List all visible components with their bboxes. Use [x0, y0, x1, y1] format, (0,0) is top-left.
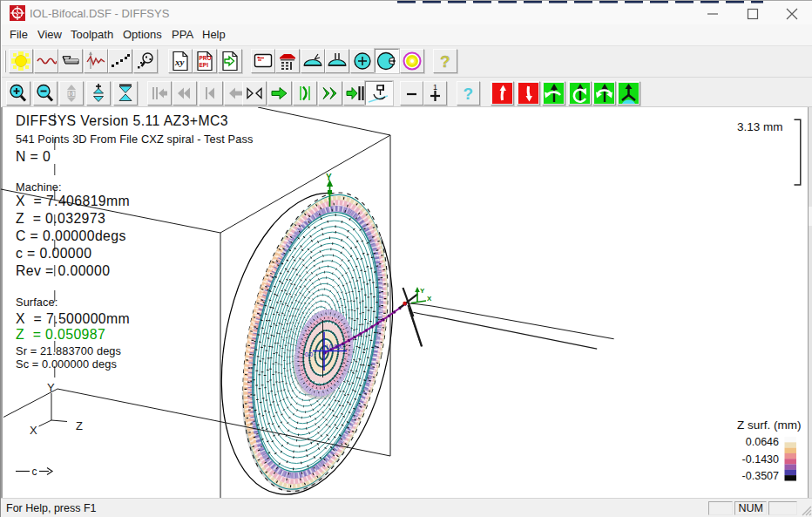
svg-text:c: c [32, 466, 37, 478]
svg-text:EPI: EPI [200, 62, 209, 68]
svg-text:?: ? [440, 52, 450, 71]
svg-text:PRO: PRO [200, 55, 212, 61]
svg-text:1: 1 [433, 83, 437, 92]
svg-text:X: X [30, 424, 37, 437]
svg-text:0: 0 [70, 91, 73, 97]
svg-text:X: X [427, 295, 432, 303]
svg-text:Z: Z [76, 419, 83, 432]
svg-text:L0.000: L0.000 [327, 344, 344, 350]
svg-text:xy: xy [174, 57, 185, 67]
svg-text:0.0: 0.0 [305, 351, 313, 357]
svg-text:Y: Y [47, 381, 55, 394]
svg-text:Y: Y [420, 287, 425, 295]
svg-text:Y: Y [326, 173, 332, 182]
svg-text:?: ? [463, 85, 473, 103]
